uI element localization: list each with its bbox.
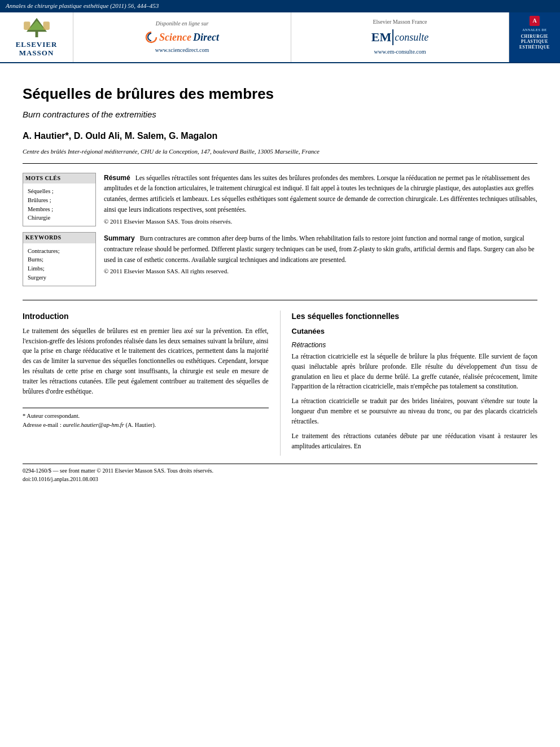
sd-swirl-icon bbox=[145, 31, 158, 43]
elsevier-name: ELSEVIER MASSON bbox=[16, 40, 58, 58]
kw-fr-item-4: Chirurgie bbox=[28, 213, 91, 222]
email-label: Adresse e-mail : bbox=[23, 422, 62, 428]
main-content: Séquelles de brûlures des membres Burn c… bbox=[0, 63, 560, 495]
journal-brand: A ANNALES DE CHIRURGIE PLASTIQUE ESTHÉTI… bbox=[509, 12, 560, 62]
article-title: Séquelles de brûlures des membres bbox=[23, 84, 537, 105]
elsevier-tree-icon bbox=[20, 17, 54, 38]
journal-icon: A bbox=[530, 16, 540, 26]
authors: A. Hautier*, D. Ould Ali, M. Salem, G. M… bbox=[23, 129, 537, 142]
keywords-box: MOTS CLÉS Séquelles ; Brûlures ; Membres… bbox=[23, 173, 96, 292]
copyright-en: © 2011 Elsevier Masson SAS. All rights r… bbox=[104, 267, 537, 276]
abstract-en-block: Summary Burn contractures are common aft… bbox=[104, 233, 537, 276]
logo-row: ELSEVIER MASSON Disponible en ligne sur … bbox=[0, 12, 560, 63]
keywords-fr-box: MOTS CLÉS Séquelles ; Brûlures ; Membres… bbox=[23, 173, 96, 227]
sd-tagline: Disponible en ligne sur bbox=[156, 20, 209, 28]
abstract-text: Résumé Les séquelles rétractiles sont fr… bbox=[104, 173, 537, 292]
svg-rect-0 bbox=[35, 30, 38, 37]
footer-email-line: Adresse e-mail : aurelie.hautier@ap-hm.f… bbox=[23, 421, 269, 430]
kw-fr-item-1: Séquelles ; bbox=[28, 187, 91, 196]
right-text-3: Le traitement des rétractions cutanées d… bbox=[292, 431, 538, 452]
right-text-2: La rétraction cicatricielle se traduit p… bbox=[292, 396, 538, 426]
kw-en-item-2: Burns; bbox=[28, 255, 91, 264]
keywords-en-title: KEYWORDS bbox=[23, 233, 95, 243]
resume-label: Résumé bbox=[104, 174, 130, 182]
footer-asterisk-line: * Auteur correspondant. bbox=[23, 412, 269, 421]
abstract-section: MOTS CLÉS Séquelles ; Brûlures ; Membres… bbox=[23, 173, 537, 300]
svg-rect-4 bbox=[43, 21, 49, 30]
right-section-heading: Les séquelles fonctionnelles bbox=[292, 311, 538, 322]
doi-number: doi:10.1016/j.anplas.2011.08.003 bbox=[23, 475, 537, 484]
kw-fr-item-2: Brûlures ; bbox=[28, 196, 91, 205]
body-columns: Introduction Le traitement des séquelles… bbox=[23, 311, 537, 456]
em-bar-divider bbox=[392, 29, 393, 45]
footer-bar: 0294-1260/$ — see front matter © 2011 El… bbox=[23, 464, 537, 483]
email-address: aurelie.hautier@ap-hm.fr bbox=[63, 422, 124, 428]
authors-text: A. Hautier*, D. Ould Ali, M. Salem, G. M… bbox=[23, 131, 217, 141]
abstract-fr-block: Résumé Les séquelles rétractiles sont fr… bbox=[104, 173, 537, 226]
right-text-1: La rétraction cicatricielle est la séque… bbox=[292, 352, 538, 392]
em-consulte-text: consulte bbox=[395, 30, 428, 45]
summary-text: Burn contractures are common after deep … bbox=[104, 235, 535, 263]
em-consulte-logo: Elsevier Masson France EM consulte www.e… bbox=[291, 12, 509, 62]
copyright-fr: © 2011 Elsevier Masson SAS. Tous droits … bbox=[104, 217, 537, 226]
kw-en-item-3: Limbs; bbox=[28, 264, 91, 273]
sd-url: www.sciencedirect.com bbox=[155, 46, 209, 55]
em-url: www.em-consulte.com bbox=[374, 48, 426, 56]
journal-title: ANNALES DE CHIRURGIE PLASTIQUE ESTHÉTIQU… bbox=[519, 28, 550, 50]
footer-note: * Auteur correspondant. Adresse e-mail :… bbox=[23, 408, 269, 433]
sciencedirect-logo: Disponible en ligne sur Science Direct w… bbox=[73, 12, 291, 62]
col-right: Les séquelles fonctionnelles Cutanées Ré… bbox=[292, 311, 538, 456]
doi-line: 0294-1260/$ — see front matter © 2011 El… bbox=[23, 467, 537, 475]
retractions-heading: Rétractions bbox=[292, 340, 538, 350]
cutanees-heading: Cutanées bbox=[292, 326, 538, 337]
em-text: EM bbox=[371, 28, 391, 46]
svg-marker-2 bbox=[28, 20, 45, 29]
article-subtitle: Burn contractures of the extremities bbox=[23, 108, 537, 121]
col-left: Introduction Le traitement des séquelles… bbox=[23, 311, 269, 456]
sd-science-text: Science bbox=[159, 30, 191, 45]
kw-en-item-4: Surgery bbox=[28, 273, 91, 282]
svg-rect-3 bbox=[24, 21, 30, 30]
asterisk-label: * Auteur correspondant. bbox=[23, 413, 80, 419]
kw-fr-item-3: Membres ; bbox=[28, 205, 91, 214]
email-suffix: (A. Hautier). bbox=[126, 422, 156, 428]
em-masson-text: Elsevier Masson France bbox=[373, 18, 427, 27]
intro-text: Le traitement des séquelles de brûlures … bbox=[23, 326, 269, 397]
elsevier-logo: ELSEVIER MASSON bbox=[0, 12, 73, 62]
journal-citation: Annales de chirurgie plastique esthétiqu… bbox=[6, 2, 159, 9]
sd-logo-group: Science Direct bbox=[145, 30, 219, 45]
mots-cles-title: MOTS CLÉS bbox=[23, 173, 95, 184]
summary-label: Summary bbox=[104, 234, 135, 242]
resume-text: Les séquelles rétractiles sont fréquente… bbox=[104, 174, 537, 213]
keywords-en-box: KEYWORDS Contractures; Burns; Limbs; Sur… bbox=[23, 232, 96, 286]
column-divider bbox=[280, 311, 281, 456]
sd-direct-text: Direct bbox=[193, 30, 219, 45]
intro-heading: Introduction bbox=[23, 311, 269, 322]
journal-header: Annales de chirurgie plastique esthétiqu… bbox=[0, 0, 560, 12]
kw-en-item-1: Contractures; bbox=[28, 247, 91, 256]
affiliation: Centre des brûlés Inter-régional méditer… bbox=[23, 147, 537, 164]
em-logo-group: EM consulte bbox=[371, 28, 428, 46]
